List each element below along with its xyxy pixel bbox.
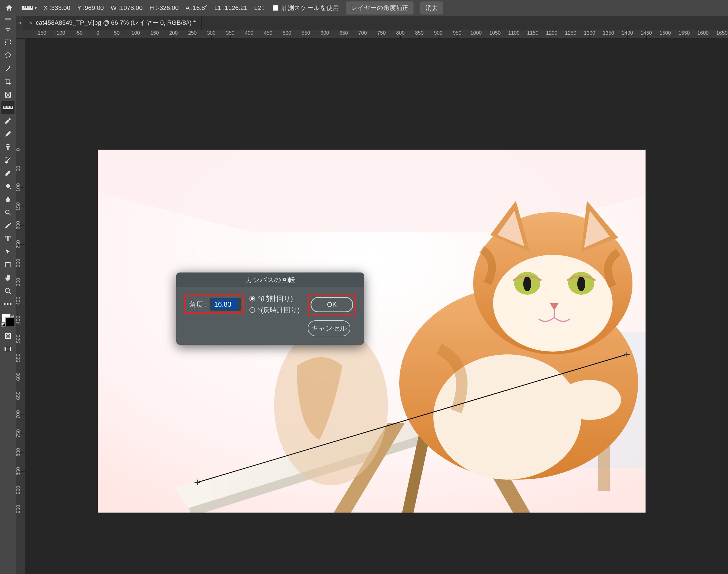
tool-blur[interactable]: [1, 193, 14, 206]
svg-point-47: [523, 277, 531, 291]
svg-rect-9: [5, 40, 10, 45]
background-swatch[interactable]: [5, 318, 14, 326]
svg-rect-2: [25, 6, 25, 8]
tool-dodge[interactable]: [1, 206, 14, 219]
angle-input[interactable]: [212, 299, 238, 310]
svg-rect-21: [5, 333, 10, 338]
close-tab-icon[interactable]: ×: [29, 19, 32, 26]
svg-rect-17: [11, 107, 12, 108]
measure-w: W :1078.00: [111, 4, 143, 12]
document-tab-title: cat458A8549_TP_V.jpg @ 66.7% (レイヤー 0, RG…: [36, 18, 196, 27]
ok-button[interactable]: OK: [310, 297, 353, 312]
panel-grip-icon[interactable]: [5, 18, 11, 21]
tool-crop[interactable]: [1, 75, 14, 88]
tool-rectangle[interactable]: [1, 258, 14, 271]
home-button[interactable]: [3, 2, 15, 14]
tool-type[interactable]: T: [1, 232, 14, 245]
measure-y: Y :969.00: [77, 4, 104, 12]
svg-rect-16: [10, 107, 10, 108]
tool-path-select[interactable]: [1, 245, 14, 258]
angle-label: 角度 :: [189, 300, 207, 309]
tool-zoom[interactable]: [1, 284, 14, 297]
options-bar: ▾ X :333.00 Y :969.00 W :1078.00 H :-326…: [0, 0, 728, 16]
tool-rect-marquee[interactable]: [1, 36, 14, 49]
svg-rect-1: [23, 6, 23, 8]
canvas-viewport[interactable]: [25, 39, 728, 574]
svg-point-22: [6, 334, 9, 337]
svg-point-48: [577, 277, 585, 291]
svg-rect-19: [6, 262, 10, 267]
tool-preset-menu[interactable]: ▾: [22, 5, 37, 11]
work-area: -150-100-5005010015020025030035040045050…: [16, 30, 728, 574]
tool-history-brush[interactable]: [1, 154, 14, 167]
svg-rect-14: [7, 107, 8, 108]
svg-rect-11: [3, 107, 13, 109]
dialog-titlebar[interactable]: カンバスの回転: [176, 273, 364, 287]
tool-eyedropper[interactable]: [1, 114, 14, 127]
tool-quick-mask[interactable]: [1, 329, 14, 342]
color-swatches[interactable]: ⇄: [1, 314, 14, 327]
tool-magic-wand[interactable]: [1, 62, 14, 75]
svg-rect-23: [5, 347, 10, 351]
tool-move[interactable]: [1, 23, 14, 36]
tool-frame[interactable]: [1, 88, 14, 101]
svg-point-38: [558, 380, 621, 420]
ok-button-highlight: OK: [308, 294, 356, 315]
rotate-canvas-dialog: カンバスの回転 角度 : °(時計回り) °(反時計回り): [176, 273, 364, 345]
clockwise-radio[interactable]: °(時計回り): [249, 294, 300, 303]
svg-point-20: [5, 288, 9, 292]
cancel-button[interactable]: キャンセル: [308, 320, 350, 336]
counterclockwise-radio[interactable]: °(反時計回り): [249, 305, 300, 315]
default-colors-icon[interactable]: [1, 323, 5, 327]
measure-a: A :16.8°: [185, 4, 207, 12]
document-tab[interactable]: × cat458A8549_TP_V.jpg @ 66.7% (レイヤー 0, …: [23, 16, 202, 30]
tool-hand[interactable]: [1, 271, 14, 284]
svg-rect-5: [30, 6, 30, 8]
tool-more[interactable]: •••: [1, 297, 14, 311]
tool-brush[interactable]: [1, 127, 14, 140]
straighten-layer-button[interactable]: レイヤーの角度補正: [346, 1, 414, 14]
vertical-ruler[interactable]: 0501001502002503003504004505005506006507…: [16, 39, 25, 574]
svg-rect-8: [5, 19, 11, 20]
svg-rect-13: [6, 107, 6, 108]
svg-point-18: [5, 210, 9, 214]
dialog-title: カンバスの回転: [246, 275, 295, 284]
horizontal-ruler[interactable]: -150-100-5005010015020025030035040045050…: [25, 30, 728, 39]
svg-rect-4: [28, 6, 29, 8]
tool-ruler[interactable]: [1, 101, 14, 114]
document-tab-row: » × cat458A8549_TP_V.jpg @ 66.7% (レイヤー 0…: [16, 16, 728, 30]
tool-screen-mode[interactable]: [1, 342, 14, 356]
svg-rect-3: [26, 6, 27, 8]
svg-rect-7: [5, 18, 11, 19]
svg-rect-10: [5, 92, 10, 97]
tools-panel: T•••⇄: [0, 16, 16, 574]
measure-l1: L1 :1126.21: [214, 4, 247, 12]
use-measure-scale-checkbox[interactable]: 計測スケールを使用: [271, 4, 339, 12]
measure-h: H :-326.00: [149, 4, 179, 12]
svg-rect-15: [8, 107, 9, 108]
tab-overflow-chevron[interactable]: »: [16, 16, 23, 30]
tool-clone[interactable]: [1, 140, 14, 154]
svg-rect-24: [5, 347, 6, 351]
tool-fill[interactable]: [1, 180, 14, 193]
angle-field-highlight: 角度 :: [184, 295, 244, 314]
tool-lasso[interactable]: [1, 49, 14, 62]
tool-eraser[interactable]: [1, 167, 14, 180]
clear-button[interactable]: 消去: [420, 1, 443, 14]
svg-rect-12: [4, 107, 5, 108]
measure-l2: L2 :: [254, 4, 265, 12]
measure-x: X :333.00: [44, 4, 70, 12]
tool-pen[interactable]: [1, 219, 14, 232]
svg-rect-6: [31, 6, 32, 8]
ruler-origin[interactable]: [16, 30, 25, 39]
